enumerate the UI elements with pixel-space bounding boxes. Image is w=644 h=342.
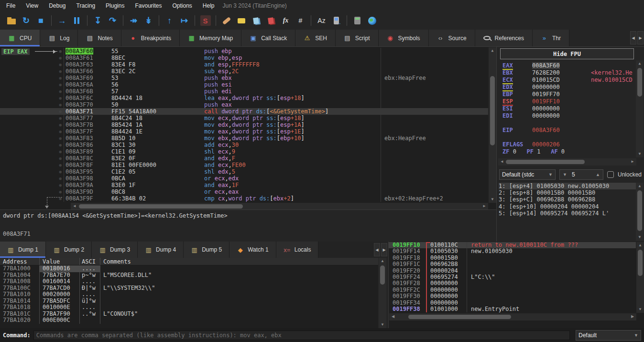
column-header-comments[interactable]: Comments [100,258,378,265]
run-until-return-icon[interactable]: ↑ [163,14,176,27]
hash-check-icon[interactable]: # [294,14,307,27]
stack-row[interactable]: 0019FF2000000204 [389,268,636,274]
disasm-row[interactable]: ●008A3F618BECmov ebp,esp [0,55,488,61]
breakpoint-dot[interactable]: ● [0,175,64,182]
menu-tracing[interactable]: Tracing [71,0,101,11]
tab-symbols[interactable]: ◉Symbols [379,30,429,46]
breakpoint-dot[interactable]: ● [0,55,64,61]
breakpoint-dot[interactable]: ● [0,81,64,88]
tab-cpu[interactable]: ▦CPU [0,30,40,46]
labels-icon[interactable] [250,14,262,27]
disasm-row[interactable]: ●008A3F8C83E2 0Fand edx,F [0,155,488,162]
disasm-row[interactable]: ●008A3F6055push ebp [0,48,488,55]
disasm-row[interactable]: ●008A3F6C8D4424 18lea eax,dword ptr ss:[… [0,95,488,101]
stack-row[interactable]: 0019FF3400000000 [389,300,636,306]
dump-row[interactable]: 77BA100C77BA7CD0Ð|°wL"\\SYSTEM32\\" [0,285,378,292]
disasm-row[interactable]: ●008A3F6683EC 2Csub esp,2C [0,68,488,75]
disasm-row[interactable]: ●008A3F778B4C24 18mov ecx,dword ptr ss:[… [0,115,488,121]
stack-row[interactable]: 0019FF2C00000000 [389,287,636,293]
notify-device-icon[interactable] [330,14,343,27]
run-to-user-code-icon[interactable]: ↠ [127,14,140,27]
disasm-row[interactable]: ●008A3F71FF15 54A18A00call dword ptr ds:… [0,108,488,115]
register-row-eip[interactable]: EIP008A3F60 [502,127,634,134]
breakpoint-dot[interactable]: ● [0,128,64,135]
scroll-left-arrow[interactable]: ◀ [389,313,397,320]
disasm-row[interactable]: ●008A3F7050push eax [0,101,488,108]
step-into-icon[interactable]: ↧ [91,14,104,27]
scroll-right-arrow[interactable]: ▶ [629,158,636,165]
open-file-icon[interactable] [5,14,18,27]
stack-row[interactable]: 0019FF2400695274L"C:\\" [389,274,636,280]
column-header-ascii[interactable]: ASCI [79,258,100,265]
tab-log[interactable]: ▤Log [40,30,78,46]
unlocked-checkbox[interactable] [607,171,614,178]
disasm-row[interactable]: ●008A3F9D0BC8or ecx,eax [0,188,488,195]
dump-row[interactable]: 77BA100000180016.... [0,265,378,272]
scroll-thumb[interactable] [490,76,495,145]
tab-dump-2[interactable]: ▥Dump 2 [46,242,92,258]
stack-vertical-scrollbar[interactable]: ▲ ▼ [636,242,644,313]
menu-help[interactable]: Help [197,0,220,11]
disasm-horizontal-scrollbar[interactable]: ◀ ▶ [71,203,488,210]
register-row-eflags[interactable]: EFLAGS00000206 [502,141,634,148]
disasm-row[interactable]: ●008A3F838B5D 10mov ebx,dword ptr ss:[eb… [0,135,488,142]
tab-call-stack[interactable]: ▣Call Stack [241,30,295,46]
dump-row[interactable]: 77BA101C77BA7F90..°wL"CONOUT$" [0,311,378,318]
stack-horizontal-scrollbar[interactable]: ◀ ▶ [389,313,636,320]
disasm-row[interactable]: ●008A3F6A56push esi [0,81,488,88]
tab-seh[interactable]: ⚠SEH [295,30,336,46]
tab-dump-4[interactable]: ▥Dump 4 [138,242,184,258]
argument-row[interactable]: 3: [esp+C] 006962B8 006962B8 [499,196,636,203]
scroll-left-arrow[interactable]: ◀ [71,203,78,210]
registers-horizontal-scrollbar[interactable]: ◀ ▶ [498,158,636,165]
dump-row[interactable]: 77BA1020000E000C [0,317,378,324]
animate-stop-icon[interactable]: S [199,14,212,27]
stack-row[interactable]: 0019FF100100110Creturn to new.0100110C f… [389,242,636,248]
disasm-row[interactable]: ●008A3F9F66:3B4B 02cmp cx,word ptr ds:[e… [0,195,488,202]
case-az-icon[interactable]: Az [315,14,328,27]
argument-row[interactable]: 4: [esp+10] 00000204 00000204 [499,203,636,210]
breakpoint-dot[interactable]: ● [0,148,64,155]
registers-vertical-scrollbar[interactable]: ▲ ▼ [636,60,644,157]
tab-dump-1[interactable]: ▥Dump 1 [0,242,46,258]
breakpoint-dot[interactable]: ● [0,121,64,128]
breakpoint-dot[interactable]: ● [0,95,64,101]
tab-dump-5[interactable]: ▥Dump 5 [184,242,229,258]
register-row-ecx[interactable]: ECX010015CDnew.010015CD [502,77,634,84]
disasm-row[interactable]: ●008A3F6383E4 F8and esp,FFFFFFF8 [0,61,488,68]
disasm-row[interactable]: ●008A3F980BCAor ecx,edx [0,175,488,182]
menu-options[interactable]: Options [167,0,197,11]
breakpoint-dot[interactable]: ● [0,155,64,162]
functions-icon[interactable]: fx [279,14,292,27]
scroll-thumb[interactable] [380,265,385,285]
scroll-right-arrow[interactable]: ▶ [629,313,636,320]
bookmarks-icon[interactable] [264,14,277,27]
scroll-up-arrow[interactable]: ▲ [636,242,644,249]
step-out-icon[interactable]: ↡ [142,14,155,27]
tab-locals[interactable]: x=Locals [276,242,319,258]
menu-file[interactable]: File [1,0,21,11]
flags-row[interactable]: ZF 0 PF 1 AF 0 [502,148,634,155]
scroll-thumb[interactable] [638,250,643,276]
internet-icon[interactable] [366,14,379,27]
breakpoint-dot[interactable]: ● [0,115,64,121]
menu-favourites[interactable]: Favourites [130,0,167,11]
breakpoint-dot[interactable]: ● [0,61,64,68]
tab-breakpoints[interactable]: ●Breakpoints [121,30,180,46]
breakpoint-dot[interactable]: ● [0,88,64,95]
register-row-ebp[interactable]: EBP0019FF70 [502,91,634,98]
stack-row[interactable]: 0019FF1C006962B8 [389,261,636,267]
register-row-esp[interactable]: ESP0019FF10 [502,98,634,105]
menu-view[interactable]: View [21,0,44,11]
dump-row[interactable]: 77BA100800160014.... [0,278,378,285]
step-over-icon[interactable]: ↷ [106,14,119,27]
stack-row[interactable]: 0019FF18000015B0 [389,255,636,261]
scroll-up-arrow[interactable]: ▲ [636,60,644,67]
tab-source[interactable]: ‹›Source [429,30,475,46]
menu-plugins[interactable]: Plugins [100,0,130,11]
tab-memory-map[interactable]: ▦Memory Map [180,30,241,46]
comments-icon[interactable] [235,14,248,27]
dump-tab-scroll-left-button[interactable]: ◀ [374,243,380,256]
register-row-edx[interactable]: EDX00000000 [502,84,634,91]
tab-scroll-right-button[interactable]: ▶ [637,31,644,44]
